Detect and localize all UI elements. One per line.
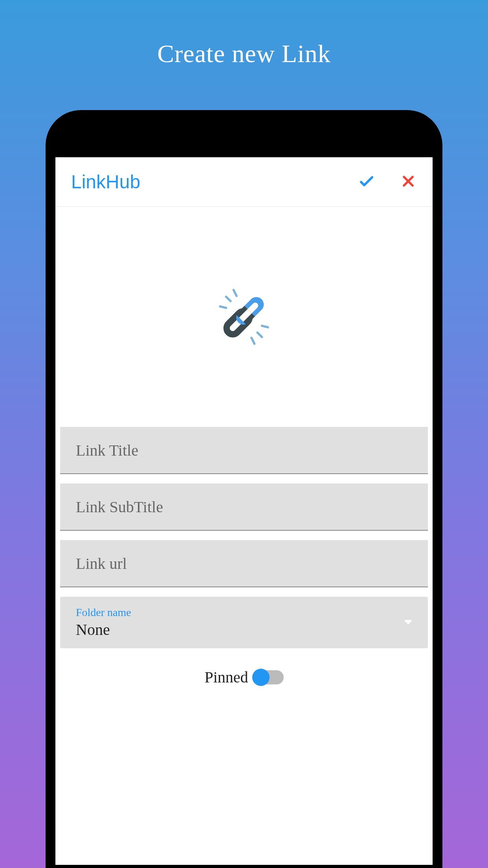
- svg-line-1: [226, 297, 230, 301]
- svg-line-0: [233, 290, 237, 296]
- phone-frame: LinkHub: [46, 110, 442, 868]
- link-subtitle-input[interactable]: [60, 484, 428, 531]
- pinned-row: Pinned: [60, 660, 428, 686]
- svg-line-4: [257, 333, 262, 337]
- link-url-input[interactable]: [60, 540, 428, 587]
- form-content: Folder name None Pinned: [55, 207, 433, 686]
- svg-line-5: [262, 326, 268, 327]
- dropdown-arrow-icon: [404, 619, 412, 626]
- folder-value: None: [76, 620, 412, 639]
- link-title-input[interactable]: [60, 427, 428, 474]
- pinned-toggle[interactable]: [252, 670, 284, 684]
- app-header: LinkHub: [55, 157, 433, 207]
- link-icon-container: [60, 207, 428, 427]
- confirm-button[interactable]: [357, 172, 376, 192]
- pinned-label: Pinned: [204, 668, 248, 686]
- toggle-thumb: [252, 669, 270, 686]
- header-actions: [357, 172, 417, 192]
- link-icon: [207, 280, 281, 354]
- folder-label: Folder name: [76, 606, 412, 619]
- folder-dropdown[interactable]: Folder name None: [60, 597, 428, 648]
- app-title: LinkHub: [71, 171, 140, 193]
- close-icon: [400, 173, 417, 190]
- check-icon: [357, 172, 376, 191]
- svg-line-2: [220, 306, 226, 308]
- cancel-button[interactable]: [400, 173, 417, 191]
- page-title: Create new Link: [0, 0, 488, 68]
- svg-line-3: [251, 338, 255, 344]
- phone-screen: LinkHub: [55, 157, 433, 865]
